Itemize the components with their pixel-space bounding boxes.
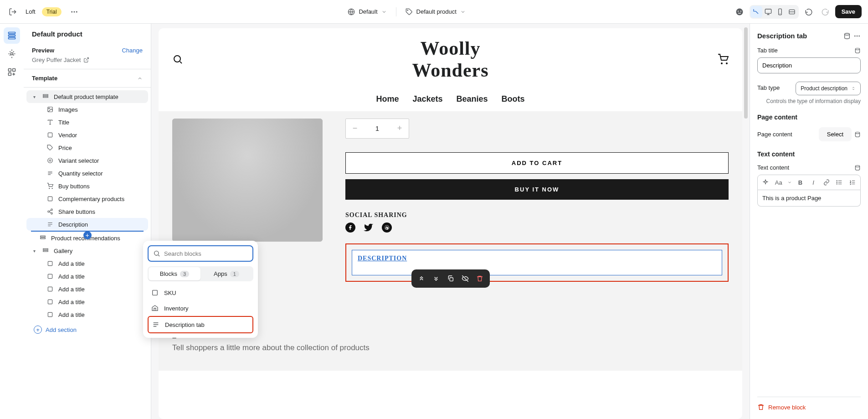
topbar: Loft Trial Default Default product xyxy=(0,0,868,24)
duplicate-icon[interactable] xyxy=(444,272,457,285)
settings-tab-icon[interactable] xyxy=(4,46,20,62)
italic-icon[interactable]: I xyxy=(808,177,819,188)
mobile-icon[interactable] xyxy=(774,6,786,18)
popup-item-description-tab[interactable]: Description tab xyxy=(148,316,253,333)
delete-icon[interactable] xyxy=(473,272,486,285)
tree-gallery[interactable]: ▾Gallery xyxy=(26,244,148,257)
fullwidth-icon[interactable] xyxy=(786,6,798,18)
add-section-button[interactable]: + Add section xyxy=(26,321,148,338)
svg-point-14 xyxy=(11,53,13,55)
tree-item-description[interactable]: Description xyxy=(26,218,148,231)
preview-item-label: Grey Puffer Jacket xyxy=(32,57,81,63)
tree-item-images[interactable]: Images xyxy=(26,103,148,116)
change-preview-link[interactable]: Change xyxy=(122,47,143,54)
sidebar-title: Default product xyxy=(24,24,151,42)
facebook-icon[interactable] xyxy=(345,222,355,233)
description-box[interactable]: DESCRIPTION xyxy=(352,250,722,275)
search-input[interactable] xyxy=(164,250,248,257)
svg-point-28 xyxy=(51,209,53,211)
font-dropdown-icon[interactable] xyxy=(786,177,792,188)
connect-icon[interactable] xyxy=(854,131,861,138)
connect-icon[interactable] xyxy=(854,165,861,171)
tree-item-share[interactable]: Share buttons xyxy=(26,205,148,218)
save-button[interactable]: Save xyxy=(835,5,862,18)
more-button[interactable] xyxy=(68,5,81,18)
canvas-scrollbar[interactable] xyxy=(744,27,748,119)
tree-gallery-item[interactable]: Add a title xyxy=(26,308,148,321)
variant-icon xyxy=(46,157,54,164)
tree-item-complementary[interactable]: Complementary products xyxy=(26,192,148,205)
twitter-icon[interactable] xyxy=(364,222,374,233)
nav-beanies[interactable]: Beanies xyxy=(457,94,488,104)
tree-gallery-item[interactable]: Add a title xyxy=(26,283,148,295)
panel-more-icon[interactable] xyxy=(853,32,861,40)
popup-item-inventory[interactable]: Inventory xyxy=(148,300,253,316)
tree-gallery-item[interactable]: Add a title xyxy=(26,257,148,270)
pinterest-icon[interactable] xyxy=(382,222,392,233)
add-to-cart-button[interactable]: ADD TO CART xyxy=(345,152,729,174)
svg-rect-34 xyxy=(43,250,48,251)
tree-gallery-item[interactable]: Add a title xyxy=(26,295,148,308)
sections-tab-icon[interactable] xyxy=(4,27,20,44)
select-page-button[interactable]: Select xyxy=(819,127,852,141)
hide-icon[interactable] xyxy=(459,272,472,285)
ai-icon[interactable] xyxy=(760,177,771,188)
tab-blocks[interactable]: Blocks 3 xyxy=(149,267,200,280)
buy-now-button[interactable]: BUY IT NOW xyxy=(345,179,729,200)
remove-block-button[interactable]: Remove block xyxy=(757,403,861,411)
popup-item-sku[interactable]: SKU xyxy=(148,285,253,300)
preview-item[interactable]: Grey Puffer Jacket xyxy=(32,57,143,63)
topbar-left: Loft Trial xyxy=(6,5,81,18)
search-icon[interactable] xyxy=(172,54,183,65)
qty-plus[interactable]: + xyxy=(390,124,409,133)
title-icon xyxy=(46,119,54,126)
bullet-list-icon[interactable] xyxy=(834,177,845,188)
exit-button[interactable] xyxy=(6,5,19,18)
page-content-row: Page content Select xyxy=(757,127,861,141)
svg-point-1 xyxy=(73,11,75,12)
qty-minus[interactable]: − xyxy=(346,124,364,133)
redo-button[interactable] xyxy=(819,5,832,18)
inspector-icon[interactable] xyxy=(750,6,762,18)
tree-item-price[interactable]: Price xyxy=(26,141,148,154)
connect-icon[interactable] xyxy=(854,47,861,54)
add-block-button[interactable]: + xyxy=(83,231,92,239)
svg-rect-16 xyxy=(13,69,15,72)
popup-list: SKU Inventory Description tab xyxy=(148,285,253,333)
tab-type-select[interactable]: Product description xyxy=(796,82,861,95)
font-icon[interactable]: Aa xyxy=(774,177,784,188)
tab-apps[interactable]: Apps 1 xyxy=(200,267,252,280)
nav-home[interactable]: Home xyxy=(376,94,399,104)
svg-rect-43 xyxy=(450,278,453,281)
template-header[interactable]: Template xyxy=(24,69,151,88)
cart-icon[interactable] xyxy=(718,54,729,65)
tree-item-buy[interactable]: Buy buttons xyxy=(26,180,148,192)
nav-boots[interactable]: Boots xyxy=(502,94,525,104)
tree-item-title[interactable]: Title xyxy=(26,116,148,129)
tree-item-quantity[interactable]: Quantity selector xyxy=(26,167,148,180)
tree-item-variant[interactable]: Variant selector xyxy=(26,154,148,167)
link-icon[interactable] xyxy=(821,177,832,188)
bold-icon[interactable]: B xyxy=(795,177,806,188)
svg-rect-12 xyxy=(9,35,15,36)
move-up-icon[interactable] xyxy=(415,272,428,285)
tree-product-template[interactable]: ▾ Default product template xyxy=(26,90,148,103)
number-list-icon[interactable] xyxy=(847,177,858,188)
svg-point-46 xyxy=(857,35,858,36)
locale-selector[interactable]: Default xyxy=(348,8,386,16)
nav-jackets[interactable]: Jackets xyxy=(412,94,442,104)
tree-gallery-item[interactable]: Add a title xyxy=(26,270,148,283)
topbar-right: Save xyxy=(733,5,862,19)
connect-icon[interactable] xyxy=(843,32,851,40)
tree-item-vendor[interactable]: Vendor xyxy=(26,129,148,141)
plus-icon: + xyxy=(34,326,42,334)
block-icon xyxy=(46,311,54,318)
support-icon[interactable] xyxy=(733,5,746,18)
move-down-icon[interactable] xyxy=(430,272,442,285)
product-selector[interactable]: Default product xyxy=(406,8,466,16)
undo-button[interactable] xyxy=(802,5,815,18)
apps-tab-icon[interactable] xyxy=(4,64,20,80)
tab-title-input[interactable] xyxy=(757,57,861,73)
rte-body[interactable]: This is a product Page xyxy=(757,190,861,207)
desktop-icon[interactable] xyxy=(762,6,774,18)
